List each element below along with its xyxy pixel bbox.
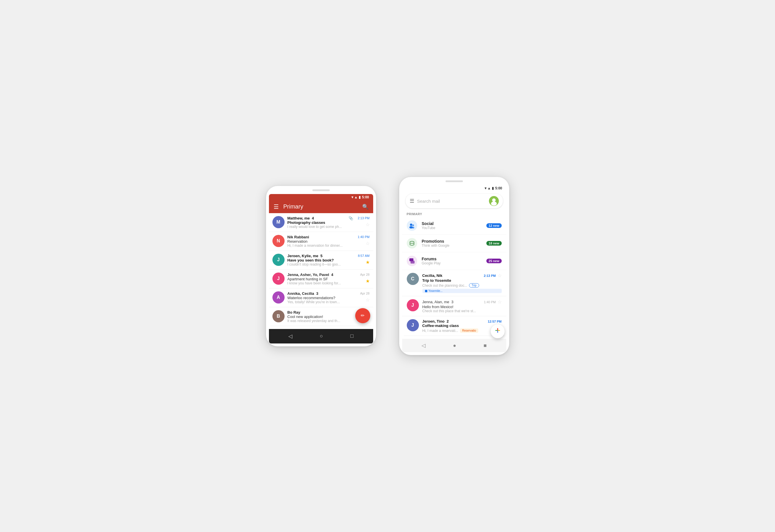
forums-name: Forums <box>422 256 482 261</box>
menu-icon-left[interactable]: ☰ <box>273 203 279 210</box>
email-sender: Cecilia, Nik <box>423 274 443 278</box>
email-preview: Check out the planning doc... <box>423 284 467 288</box>
forums-icon <box>407 256 417 266</box>
back-button-left[interactable]: ◁ <box>288 333 292 340</box>
email-sender: Jenna, Asher, Yo, Pavel 4 <box>287 273 333 277</box>
star-icon[interactable]: ☆ <box>365 241 370 246</box>
time-right: 5:00 <box>495 186 502 190</box>
email-preview: Yes, totally! While you're in town... <box>287 300 340 304</box>
star-icon[interactable]: ☆ <box>498 273 502 278</box>
category-forums: Forums Google Play <box>422 256 482 265</box>
svg-point-1 <box>492 198 496 202</box>
email-content: Matthew, me 4 📎 2:13 PM Photography clas… <box>287 216 370 229</box>
table-row[interactable]: C Cecilia, Nik 2:13 PM ☆ Trip to Yosemit… <box>402 270 506 296</box>
back-button-right[interactable]: ◁ <box>422 342 426 349</box>
table-row[interactable]: A Annika, Cecilia 3 Apr 28 Waterloo reco… <box>269 289 373 307</box>
email-sender: Jenna, Alan, me 3 <box>423 300 454 304</box>
email-content: Annika, Cecilia 3 Apr 28 Waterloo recomm… <box>287 291 370 304</box>
email-subject: Have you seen this book? <box>287 258 341 262</box>
star-icon[interactable]: ☆ <box>365 222 370 227</box>
forums-sub: Google Play <box>422 261 482 265</box>
email-content: Cecilia, Nik 2:13 PM ☆ Trip to Yosemite … <box>423 273 502 293</box>
recent-button-left[interactable]: □ <box>350 333 353 339</box>
email-time: 12:57 PM <box>488 320 502 323</box>
promotions-icon <box>407 238 417 248</box>
avatar: J <box>407 299 419 311</box>
email-sender: Bo Ray <box>287 310 300 315</box>
email-content: Jenna, Asher, Yo, Pavel 4 Apr 28 Apartme… <box>287 273 370 285</box>
email-subject: Photography classes <box>287 220 342 225</box>
category-promo: Promotions Think with Google <box>422 239 482 247</box>
menu-icon-right[interactable]: ☰ <box>410 198 414 204</box>
promo-sub: Think with Google <box>422 243 482 247</box>
star-icon[interactable]: ★ <box>365 278 370 284</box>
email-subject: Apartment hunting in SF <box>287 277 341 281</box>
compose-fab-right[interactable] <box>491 324 505 338</box>
attachment-icon: 📎 <box>348 216 353 220</box>
email-preview: I really would love to get some ph... <box>287 225 342 229</box>
email-sender: Matthew, me 4 <box>287 216 314 220</box>
email-time: Apr 28 <box>360 273 369 276</box>
table-row[interactable]: J Jeroen, Kylie, me 5 8:57 AM Have you s… <box>269 251 373 270</box>
star-icon[interactable]: ★ <box>365 259 370 265</box>
phone-speaker-right <box>446 180 463 182</box>
compose-fab-left[interactable]: ✏ <box>355 308 370 323</box>
trip-tag: Trip <box>469 283 479 288</box>
promo-name: Promotions <box>422 239 482 243</box>
svg-point-2 <box>491 201 497 205</box>
email-subject: Hello from Mexico! <box>423 305 502 309</box>
email-sender: Nik Rabbani <box>287 235 309 239</box>
email-subject: Trip to Yosemite <box>423 278 502 283</box>
star-icon[interactable]: ☆ <box>498 299 502 305</box>
status-icons-right: ▾ ▲ ▮ 5:00 <box>485 186 502 190</box>
social-badge: 12 new <box>486 223 502 228</box>
email-preview: Check out this place that we're st... <box>423 309 502 313</box>
avatar-right[interactable] <box>489 196 499 206</box>
svg-point-3 <box>410 223 412 226</box>
doc-tag: Yosemite... <box>423 289 502 293</box>
search-input-right[interactable]: Search mail <box>417 199 486 203</box>
email-content: Jenna, Alan, me 3 1:40 PM ☆ Hello from M… <box>423 299 502 313</box>
list-item[interactable]: Social YouTube 12 new <box>402 217 506 234</box>
list-item[interactable]: Promotions Think with Google 18 new <box>402 234 506 252</box>
compose-icon-right <box>494 327 501 336</box>
table-row[interactable]: M Matthew, me 4 📎 2:13 PM Photography cl… <box>269 213 373 232</box>
avatar: J <box>272 254 284 266</box>
email-time: 1:40 PM <box>358 235 370 238</box>
email-time: 2:13 PM <box>358 216 370 220</box>
left-phone-screen: ▾ ▲ ▮ 5:00 ☰ Primary 🔍 M <box>269 194 373 326</box>
search-icon-left[interactable]: 🔍 <box>362 203 368 210</box>
svg-point-6 <box>412 227 414 228</box>
avatar: A <box>272 291 284 304</box>
avatar: J <box>272 273 284 285</box>
email-sender: Jeroen, Kylie, me 5 <box>287 254 322 258</box>
left-phone: ▾ ▲ ▮ 5:00 ☰ Primary 🔍 M <box>266 186 376 346</box>
section-label-primary: PRIMARY <box>402 210 506 217</box>
email-sender: Annika, Cecilia 3 <box>287 291 318 296</box>
email-sender: Jeroen, Tino 2 <box>423 319 449 324</box>
right-phone: ▾ ▲ ▮ 5:00 ☰ Search mail <box>399 177 509 355</box>
list-item[interactable]: Forums Google Play 25 new <box>402 252 506 270</box>
table-row[interactable]: J Jenna, Asher, Yo, Pavel 4 Apr 28 Apart… <box>269 270 373 289</box>
wifi-icon-right: ▾ <box>485 186 486 190</box>
table-row[interactable]: J Jeroen, Tino 2 12:57 PM Coffee-making … <box>402 316 506 336</box>
avatar: B <box>272 310 284 322</box>
star-icon[interactable]: ☆ <box>365 297 370 303</box>
recent-button-right[interactable]: ■ <box>484 343 487 349</box>
search-bar-right[interactable]: ☰ Search mail <box>406 194 503 208</box>
signal-icon: ▲ <box>354 195 358 199</box>
promo-badge: 18 new <box>486 241 502 245</box>
battery-icon: ▮ <box>359 195 361 199</box>
table-row[interactable]: J Jenna, Alan, me 3 1:40 PM ☆ Hello from… <box>402 296 506 316</box>
home-button-left[interactable]: ○ <box>320 333 323 339</box>
table-row[interactable]: N Nik Rabbani 1:40 PM Reservation Hi, I … <box>269 232 373 251</box>
avatar: M <box>272 216 284 228</box>
email-preview: Hi, I made a reservati... <box>423 329 458 333</box>
email-time: 8:57 AM <box>358 254 369 257</box>
right-phone-screen: ▾ ▲ ▮ 5:00 ☰ Search mail <box>402 185 506 336</box>
home-button-right[interactable]: ● <box>453 343 456 349</box>
svg-point-4 <box>412 224 414 226</box>
email-preview: Hi, I made a reservation for dinner... <box>287 243 343 247</box>
phone-speaker-left <box>312 189 330 191</box>
email-preview: I couldn't stop reading it—so goo... <box>287 262 341 267</box>
